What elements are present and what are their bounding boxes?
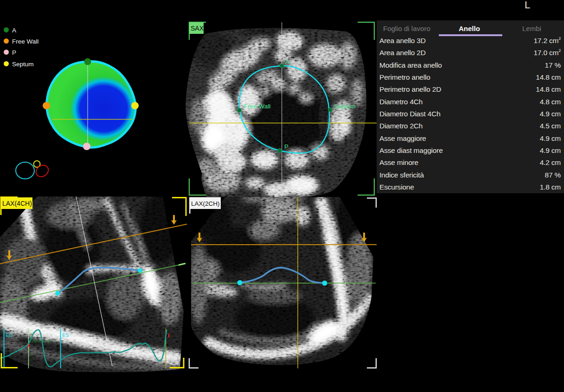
svg-text:Free Wall: Free Wall bbox=[244, 103, 270, 110]
svg-text:P: P bbox=[284, 143, 288, 150]
svg-text:LAX(4CH): LAX(4CH) bbox=[2, 200, 32, 207]
svg-text:Frame to dt: Frame to dt bbox=[30, 339, 51, 343]
svg-text:ES: ES bbox=[62, 332, 69, 338]
svg-text:ED: ED bbox=[6, 332, 13, 338]
svg-text:SAX: SAX bbox=[191, 25, 204, 32]
svg-text:A: A bbox=[285, 58, 289, 65]
svg-text:Septum: Septum bbox=[334, 103, 356, 110]
svg-text:LAX(2CH): LAX(2CH) bbox=[191, 200, 220, 207]
